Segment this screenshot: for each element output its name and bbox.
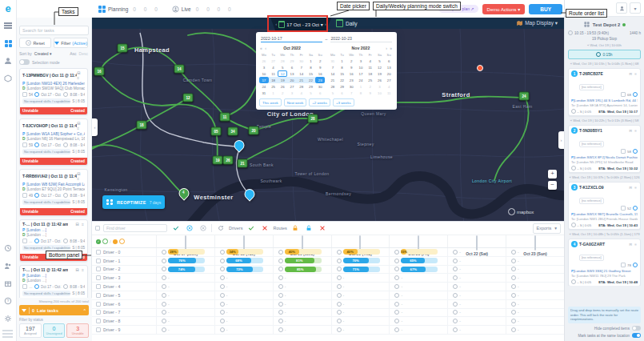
schedule-cell[interactable]: - — [389, 291, 447, 299]
schedule-cell[interactable]: 67% — [389, 266, 447, 274]
schedule-cell[interactable]: - — [506, 283, 564, 291]
task-card-icons[interactable]: ⊟ ≡ — [77, 121, 85, 130]
schedule-cell[interactable]: 15% — [389, 248, 447, 256]
driver-row[interactable]: Driver - 6------- — [92, 300, 564, 309]
drivers-approve-icon[interactable] — [246, 224, 256, 233]
calendar-day[interactable]: 9 — [366, 90, 375, 96]
driver-row[interactable]: Driver - 4------- — [92, 283, 564, 291]
calendar-day[interactable]: 9 — [315, 64, 325, 70]
route-stop-marker[interactable]: 16 — [94, 67, 105, 76]
task-card-icons[interactable]: ⊟ ≡ — [77, 171, 85, 181]
driver-checkbox[interactable] — [96, 327, 101, 332]
calendar-day[interactable]: 1 — [269, 90, 278, 96]
calendar-day[interactable]: 6 — [338, 90, 347, 96]
schedule-cell[interactable]: 34% — [214, 248, 273, 256]
calendar-day[interactable]: 23 — [346, 77, 356, 83]
calendar-day[interactable]: 6 — [287, 64, 297, 70]
refresh-icon[interactable] — [215, 224, 226, 233]
schedule-cell[interactable]: - — [273, 283, 331, 291]
driver-checkbox[interactable] — [96, 319, 101, 323]
tasks-icon[interactable] — [0, 72, 16, 85]
team-icon[interactable] — [0, 259, 16, 272]
calendar-day[interactable]: 27 — [269, 58, 278, 64]
schedule-cell[interactable]: - — [214, 300, 273, 308]
calendar-day[interactable]: 1 — [356, 83, 366, 90]
task-checkbox[interactable] — [22, 284, 27, 289]
schedule-cell[interactable]: - — [506, 257, 564, 265]
calendar-day[interactable]: 16 — [315, 70, 325, 77]
calendar-day[interactable]: 4 — [297, 90, 306, 96]
route-stop-marker[interactable]: 28 — [308, 114, 318, 123]
quick-range-button[interactable]: This week — [259, 98, 282, 106]
calendar-day[interactable]: 4 — [384, 83, 394, 90]
planning-icon[interactable] — [0, 37, 16, 50]
schedule-cell[interactable]: - — [273, 291, 331, 299]
schedule-cell[interactable]: - — [156, 317, 214, 325]
month-nav-arrows[interactable]: « ‹ — [260, 46, 267, 50]
calendar-day[interactable]: 16 — [346, 70, 356, 77]
calendar-day[interactable]: 27 — [287, 83, 297, 90]
calendar-day[interactable]: 2 — [278, 90, 287, 96]
task-card[interactable]: T-RRB6VUH2 | Oct 11 @ 11:42 am⊟ ≡P[Londo… — [19, 169, 88, 216]
calendar-day[interactable]: 19 — [375, 70, 385, 77]
stop-icons[interactable]: ⊟ ≡ — [629, 243, 638, 247]
calendar-day[interactable]: 3 — [375, 83, 385, 90]
calendar-day[interactable]: 18 — [366, 70, 375, 77]
calendar-day[interactable]: 15 — [306, 70, 316, 77]
exports-button[interactable]: Exports▾ — [533, 223, 561, 234]
schedule-cell[interactable]: - — [331, 317, 390, 325]
task-card[interactable]: T-8JCVOHOP | Oct 11 @ 11:42 am⊟ ≡P[Londo… — [19, 118, 88, 166]
schedule-cell[interactable]: - — [156, 274, 214, 282]
schedule-cell[interactable]: 76% — [156, 257, 214, 265]
status-counter-unassigned[interactable]: 0Unassigned — [43, 323, 66, 338]
schedule-cell[interactable]: - — [331, 309, 390, 317]
schedule-cell[interactable]: - — [506, 248, 564, 256]
route-stop-marker[interactable]: 21 — [238, 159, 248, 168]
status-counter-unviable[interactable]: 3Unviable — [66, 323, 89, 338]
range-start-input[interactable]: 2022-10-17 — [261, 36, 322, 42]
task-checkbox[interactable] — [22, 193, 27, 198]
calendar-day[interactable]: 14 — [297, 70, 306, 77]
calendar-day[interactable]: 20 — [384, 70, 394, 77]
clear-icon[interactable] — [198, 224, 208, 233]
driver-checkbox[interactable] — [96, 275, 101, 280]
schedule-cell[interactable]: - — [214, 317, 273, 325]
collapse-sidebar-tab[interactable]: ‹ — [92, 118, 98, 136]
calendar-day[interactable]: 27 — [384, 77, 394, 83]
route-stop-card[interactable]: 4T-GA0GZART⊟ ≡[no reference]78P[London S… — [568, 239, 641, 286]
daily-mode-tab[interactable]: Daily — [336, 19, 357, 27]
calendar-day[interactable]: 11 — [366, 64, 375, 70]
schedule-cell[interactable]: 85% — [273, 266, 331, 274]
help-icon[interactable]: ? — [0, 295, 16, 307]
schedule-cell[interactable]: - — [273, 317, 331, 325]
select-all-drivers-checkbox[interactable] — [95, 226, 100, 231]
schedule-cell[interactable]: 72% — [214, 266, 273, 274]
map-display-dropdown[interactable]: Map Display ▾ — [517, 20, 558, 26]
schedule-cell[interactable]: - — [156, 291, 214, 299]
calendar-day[interactable]: 23 — [315, 77, 325, 83]
calendar-day[interactable]: 30 — [346, 83, 356, 90]
schedule-cell[interactable]: - — [447, 291, 506, 299]
route-stop-marker[interactable]: 24 — [519, 92, 530, 101]
calendar-day[interactable]: 10 — [375, 90, 385, 96]
schedule-cell[interactable]: - — [389, 309, 447, 317]
schedule-cell[interactable]: - — [506, 291, 564, 299]
driver-checkbox[interactable] — [96, 310, 101, 315]
route-stop-marker[interactable]: 19 — [213, 156, 223, 165]
schedule-cell[interactable]: - — [447, 248, 506, 256]
driver-row[interactable]: Driver - 274%72%85%71%67%-- — [92, 266, 564, 275]
schedule-cell[interactable]: - — [273, 309, 331, 317]
calendar-day[interactable]: 4 — [269, 64, 278, 70]
route-stop-marker[interactable]: 34 — [228, 127, 238, 136]
schedule-cell[interactable]: - — [331, 326, 390, 334]
drivers-icon[interactable] — [0, 54, 16, 67]
route-stop-card[interactable]: 2T-5N30B5Y1⊟ ≡[no reference]58P[London S… — [568, 125, 641, 173]
driver-row[interactable]: Driver - 8------- — [92, 317, 564, 326]
calendar-day[interactable]: 25 — [366, 77, 375, 83]
task-checkbox[interactable] — [22, 92, 27, 97]
driver-row[interactable]: Driver - 176%68%81%70%65%-- — [92, 257, 564, 266]
schedule-cell[interactable]: - — [273, 326, 331, 334]
live-mode-tab[interactable]: Live 0 0 0 0 — [172, 6, 234, 13]
calendar-day[interactable]: 26 — [259, 58, 269, 64]
schedule-cell[interactable]: - — [214, 274, 273, 282]
